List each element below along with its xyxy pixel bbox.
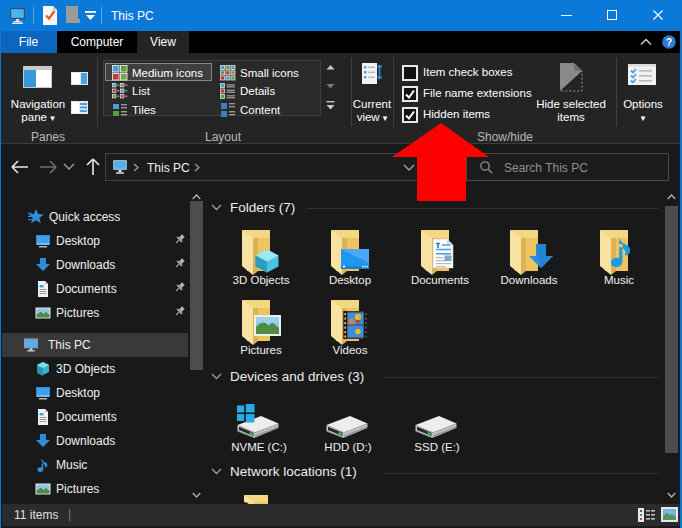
svg-text:?: ? (666, 37, 672, 48)
